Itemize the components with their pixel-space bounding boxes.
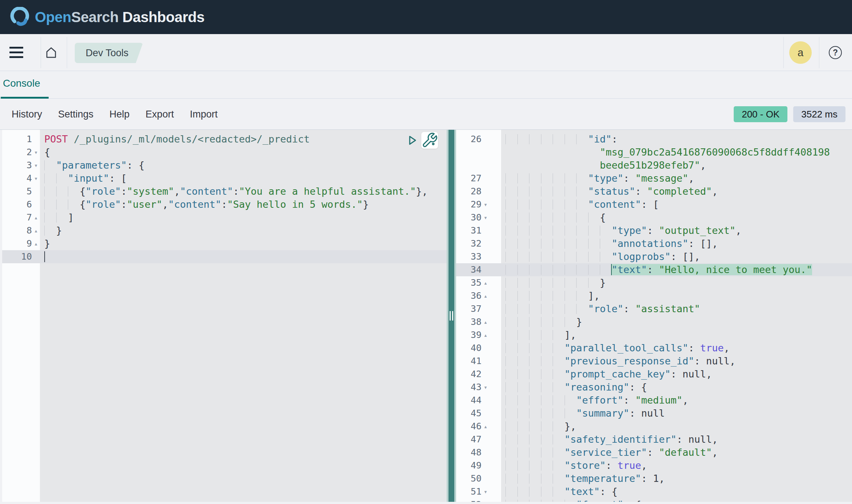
indent-guide: [44, 212, 45, 223]
fold-toggle-icon: [482, 133, 490, 172]
code-line[interactable]: "format": {: [501, 498, 852, 502]
indent-guide: [517, 382, 518, 392]
indent-guide: [553, 460, 553, 471]
gutter-cell: 40: [456, 342, 501, 355]
code-line[interactable]: "type": "message",: [501, 172, 852, 185]
code-line[interactable]: "annotations": [],: [501, 237, 852, 250]
code-line[interactable]: ],: [501, 329, 852, 342]
code-line[interactable]: "content": [: [501, 198, 852, 211]
code-token: ,: [724, 342, 729, 354]
indent-guide: [517, 421, 518, 431]
code-line[interactable]: "safety_identifier": null,: [501, 433, 852, 446]
menu-hamburger-icon[interactable]: [9, 47, 23, 58]
indent-guide: [517, 199, 518, 210]
code-line[interactable]: "service_tier": "default",: [501, 446, 852, 459]
indent-guide: [588, 252, 589, 262]
menu-item-help[interactable]: Help: [110, 109, 130, 120]
code-line[interactable]: "status": "completed",: [501, 185, 852, 198]
code-token: null: [706, 355, 730, 367]
code-token: ,: [706, 368, 712, 380]
avatar[interactable]: a: [789, 41, 812, 64]
fold-toggle-icon[interactable]: ▾: [482, 485, 490, 498]
help-icon[interactable]: ?: [829, 46, 842, 59]
code-line[interactable]: {"role":"user","content":"Say hello in 5…: [40, 198, 447, 211]
fold-toggle-icon[interactable]: ▴: [32, 211, 40, 224]
response-viewer[interactable]: "id":"msg_079bc2a5416876090068c5f8ddff40…: [501, 130, 852, 502]
request-editor[interactable]: POST /_plugins/_ml/models/<redacted>/_pr…: [40, 130, 447, 502]
breadcrumb-dev-tools[interactable]: Dev Tools: [75, 43, 143, 63]
menu-item-settings[interactable]: Settings: [58, 109, 94, 120]
code-line[interactable]: ]: [40, 211, 447, 224]
code-line[interactable]: {: [501, 211, 852, 224]
indent-guide: [553, 186, 553, 197]
indent-guide: [576, 278, 577, 288]
code-line[interactable]: POST /_plugins/_ml/models/<redacted>/_pr…: [40, 133, 447, 146]
tab-console[interactable]: Console: [3, 78, 40, 89]
fold-toggle-icon: [482, 250, 490, 263]
code-token: :: [121, 199, 127, 210]
tab-bar: Console: [0, 71, 852, 99]
fold-toggle-icon[interactable]: ▴: [482, 329, 490, 342]
code-line[interactable]: }: [40, 224, 447, 237]
indent-guide: [517, 447, 518, 458]
fold-toggle-icon[interactable]: ▴: [32, 237, 40, 250]
fold-toggle-icon[interactable]: ▴: [32, 224, 40, 237]
code-line[interactable]: "logprobs": [],: [501, 250, 852, 263]
code-line[interactable]: "temperature": 1,: [501, 472, 852, 485]
fold-toggle-icon[interactable]: ▾: [32, 159, 40, 172]
fold-toggle-icon[interactable]: ▾: [482, 381, 490, 394]
code-line[interactable]: "effort": "medium",: [501, 394, 852, 407]
code-line[interactable]: }: [501, 276, 852, 289]
fold-toggle-icon[interactable]: ▴: [482, 315, 490, 329]
code-line[interactable]: {: [40, 146, 447, 159]
menu-item-import[interactable]: Import: [190, 109, 218, 120]
menu-item-history[interactable]: History: [12, 109, 42, 120]
fold-toggle-icon[interactable]: ▴: [482, 420, 490, 433]
code-line[interactable]: },: [501, 420, 852, 433]
code-line[interactable]: "parallel_tool_calls": true,: [501, 342, 852, 355]
code-line[interactable]: }: [40, 237, 447, 250]
code-line[interactable]: "type": "output_text",: [501, 224, 852, 237]
indent-guide: [517, 434, 518, 445]
fold-toggle-icon[interactable]: ▾: [482, 198, 490, 211]
panel-resize-handle[interactable]: [447, 130, 456, 502]
code-line[interactable]: "id":: [501, 133, 852, 146]
selected-text: "text": "Hello, nice to meet you.": [612, 264, 812, 275]
code-line[interactable]: ],: [501, 289, 852, 302]
indent-guide: [529, 421, 529, 431]
menu-item-export[interactable]: Export: [146, 109, 174, 120]
code-token: "summary": [576, 408, 629, 419]
code-line[interactable]: {"role":"system","content":"You are a he…: [40, 185, 447, 198]
indent-guide: [565, 252, 565, 262]
fold-toggle-icon[interactable]: ▾: [32, 146, 40, 159]
code-line[interactable]: "input": [: [40, 172, 447, 185]
indent-guide: [553, 447, 553, 458]
code-line[interactable]: "summary": null: [501, 407, 852, 420]
indent-guide: [588, 226, 589, 236]
indent-guide: [56, 212, 57, 223]
code-line[interactable]: "role": "assistant": [501, 302, 852, 315]
code-line[interactable]: "previous_response_id": null,: [501, 355, 852, 368]
indent-guide: [541, 330, 541, 340]
gutter-cell: 1: [2, 133, 40, 146]
line-number: 48: [456, 446, 482, 459]
indent-guide: [553, 265, 553, 275]
fold-toggle-icon[interactable]: ▴: [482, 276, 490, 289]
code-line[interactable]: "prompt_cache_key": null,: [501, 368, 852, 381]
code-line[interactable]: "text": {: [501, 485, 852, 498]
code-token: null: [683, 368, 706, 380]
fold-toggle-icon[interactable]: ▾: [482, 211, 490, 224]
code-line[interactable]: [40, 250, 447, 263]
code-token: :: [688, 342, 700, 354]
code-line[interactable]: "parameters": {: [40, 159, 447, 172]
code-line[interactable]: "store": true,: [501, 459, 852, 472]
code-line[interactable]: "msg_079bc2a5416876090068c5f8ddff408198: [501, 146, 852, 159]
code-line[interactable]: "reasoning": {: [501, 381, 852, 394]
home-icon[interactable]: [44, 46, 58, 59]
code-line[interactable]: beede51b298efeb7",: [501, 159, 852, 172]
fold-toggle-icon[interactable]: ▾: [32, 172, 40, 185]
fold-toggle-icon[interactable]: ▴: [482, 289, 490, 302]
code-line[interactable]: }: [501, 315, 852, 329]
code-line[interactable]: "text": "Hello, nice to meet you.": [501, 263, 852, 276]
indent-guide: [553, 252, 553, 262]
